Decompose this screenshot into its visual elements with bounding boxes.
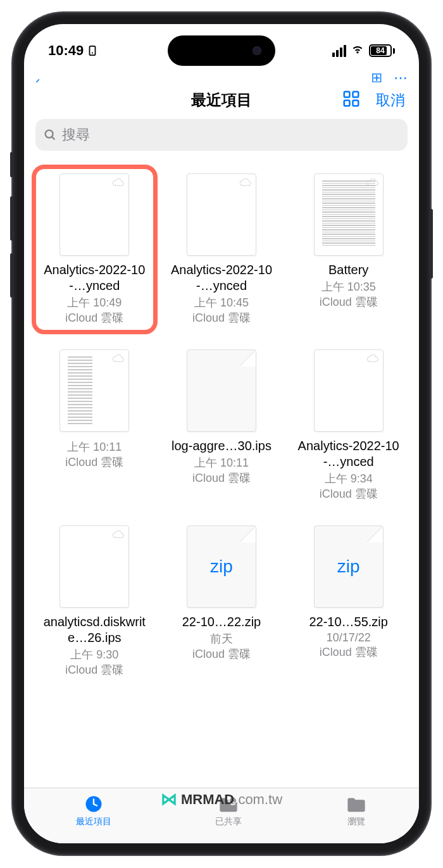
background-nav: ‹⊞⋯ [24, 73, 419, 82]
file-time: 上午 9:34 [325, 471, 373, 486]
file-time: 前天 [210, 631, 233, 646]
search-input[interactable]: 搜尋 [35, 119, 408, 151]
wifi-icon [351, 42, 365, 60]
file-name: 22-10…22.zip [182, 614, 261, 630]
file-grid: Analytics-2022-10-…ynced上午 10:49iCloud 雲… [24, 162, 419, 788]
file-name: analyticsd.diskwrite…26.ips [37, 614, 153, 646]
file-item[interactable]: Analytics-2022-10-…ynced上午 10:45iCloud 雲… [161, 167, 282, 332]
cancel-button[interactable]: 取消 [376, 91, 405, 110]
file-name: Analytics-2022-10-…ynced [290, 438, 406, 470]
file-item[interactable]: analyticsd.diskwrite…26.ips上午 9:30iCloud… [34, 519, 155, 684]
file-name: Battery [328, 262, 368, 278]
file-location: iCloud 雲碟 [65, 455, 123, 470]
file-time: 上午 10:49 [67, 295, 122, 310]
cellular-icon [332, 45, 346, 57]
screen: 10:49 84 ‹⊞⋯ 最近項目 [24, 24, 419, 843]
location-icon [87, 45, 97, 56]
file-time: 上午 10:45 [194, 295, 249, 310]
tab-clock[interactable]: 最近項目 [76, 795, 111, 827]
page-title: 最近項目 [191, 90, 252, 110]
tab-folder[interactable]: 瀏覽 [346, 795, 367, 827]
file-item[interactable]: Analytics-2022-10-…ynced上午 9:34iCloud 雲碟 [288, 343, 409, 508]
file-item[interactable]: Battery上午 10:35iCloud 雲碟 [288, 167, 409, 332]
status-time: 10:49 [48, 42, 84, 59]
svg-rect-2 [344, 92, 350, 97]
dynamic-island [168, 35, 275, 66]
phone-frame: 10:49 84 ‹⊞⋯ 最近項目 [13, 13, 430, 855]
file-time: 上午 10:11 [67, 439, 122, 455]
file-item[interactable]: log-aggre…30.ips上午 10:11iCloud 雲碟 [161, 343, 282, 508]
file-item[interactable]: zip22-10…22.zip前天iCloud 雲碟 [161, 519, 282, 684]
svg-rect-5 [353, 101, 359, 106]
file-time: 上午 9:30 [70, 647, 118, 662]
file-location: iCloud 雲碟 [65, 662, 123, 677]
file-location: iCloud 雲碟 [192, 310, 251, 325]
file-location: iCloud 雲碟 [320, 294, 378, 310]
header: 最近項目 取消 [24, 82, 419, 119]
search-placeholder: 搜尋 [62, 125, 90, 144]
file-time: 上午 10:11 [194, 455, 249, 470]
file-location: iCloud 雲碟 [320, 486, 378, 501]
svg-rect-0 [90, 46, 96, 55]
file-name: log-aggre…30.ips [172, 438, 271, 454]
svg-point-1 [92, 53, 93, 54]
watermark: ⋈ MRMAD.com.tw [161, 789, 282, 809]
svg-line-7 [52, 137, 54, 139]
file-time: 10/17/22 [327, 631, 371, 645]
svg-rect-4 [344, 101, 350, 106]
svg-rect-3 [353, 92, 359, 97]
file-name: Analytics-2022-10-…ynced [37, 262, 153, 294]
file-name: Analytics-2022-10-…ynced [164, 262, 280, 294]
file-item[interactable]: 上午 10:11iCloud 雲碟 [34, 343, 155, 508]
file-location: iCloud 雲碟 [192, 470, 251, 486]
file-location: iCloud 雲碟 [192, 646, 251, 662]
file-item[interactable]: zip22-10…55.zip10/17/22iCloud 雲碟 [288, 519, 409, 684]
file-location: iCloud 雲碟 [65, 310, 123, 325]
file-time: 上午 10:35 [321, 279, 376, 294]
file-name: 22-10…55.zip [309, 614, 388, 630]
svg-point-6 [46, 130, 53, 138]
file-location: iCloud 雲碟 [320, 645, 378, 660]
file-item[interactable]: Analytics-2022-10-…ynced上午 10:49iCloud 雲… [34, 167, 155, 332]
battery-icon: 84 [369, 44, 395, 57]
view-toggle-icon[interactable] [342, 89, 361, 111]
